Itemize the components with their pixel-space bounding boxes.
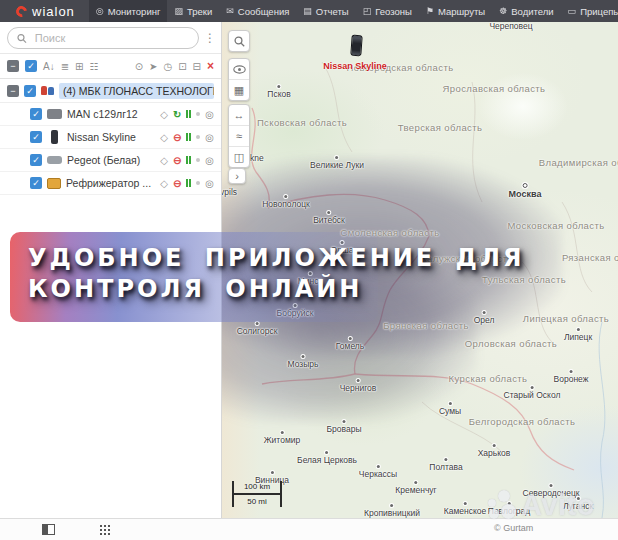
visibility-eye-button[interactable] [229,59,249,79]
data-state-icon [196,158,200,162]
panel-toggle-icon[interactable] [42,524,55,535]
remove-icon[interactable]: ⊟ [193,61,201,72]
show-all-icon[interactable]: ☷ [89,61,98,72]
unit-row[interactable]: ✓ MAN c129лг12 ◇ ↻ ◎ [0,103,221,126]
city-label: Полтава [429,458,462,472]
city-dot [336,156,339,159]
collapse-arrow-button[interactable]: › [229,169,245,183]
track-unit-icon[interactable]: ◎ [205,155,214,166]
unit-visibility-checkbox[interactable]: ✓ [30,131,42,143]
add-unit-icon[interactable]: ⊞ [75,61,83,72]
locate-icon[interactable]: ⊙ [135,61,143,72]
menu-item-label: Геозоны [375,6,412,17]
expand-list-icon[interactable]: ≣ [61,61,69,72]
data-state-icon [196,181,200,185]
city-dot [483,311,486,314]
map-search-button[interactable] [229,31,249,51]
topbar-menu-item[interactable]: ◰ Геозоны [356,0,419,22]
city-label: Харьков [478,444,511,458]
visibility-all-checkbox[interactable]: ✓ [25,60,37,72]
recent-icon[interactable]: ◷ [163,61,172,72]
menu-item-icon: ◰ [363,6,372,16]
unit-state-icons: ◇ ⊖ ◎ [160,155,214,166]
vehicle-icon [47,109,62,119]
city-dot [255,322,258,325]
unit-name: Pegeot (Белая) [67,154,155,166]
map-tool-controls: ↔ ≈ ◫ [228,104,250,168]
city-dot [277,85,280,88]
city-dot [348,337,351,340]
menu-item-label: Маршруты [438,6,485,17]
topbar-menu-item[interactable]: ▭ Прицепы [561,0,618,22]
sort-icon[interactable]: A↓ [43,61,55,72]
topbar-menu-item[interactable]: ✉ Сообщения [219,0,296,22]
topbar-menu-item[interactable]: ☸ Водители [492,0,560,22]
city-label: Daugavpils [222,183,237,197]
location-state-icon: ◇ [160,109,168,120]
route-button[interactable]: ≈ [229,125,249,146]
vehicle-marker-nissan[interactable] [350,35,362,57]
menu-item-label: Сообщения [238,6,290,17]
topbar-menu-item[interactable]: ▤ Отчеты [296,0,355,22]
search-input[interactable] [33,31,189,45]
group-select-checkbox[interactable]: − [7,85,19,97]
unit-visibility-checkbox[interactable]: ✓ [30,154,42,166]
city-dot [444,458,447,461]
panel-menu-icon[interactable]: ⋮ [203,31,217,45]
unit-row[interactable]: ✓ Pegeot (Белая) ◇ ⊖ ◎ [0,149,221,172]
promo-line-1: УДОБНОЕ ПРИЛОЖЕНИЕ ДЛЯ [28,243,524,274]
menu-item-label: Отчеты [316,6,349,17]
topbar-menu-item[interactable]: ⚑ Маршруты [419,0,492,22]
select-all-checkbox[interactable]: − [7,60,19,72]
map-scale-bar: 100 km 50 mi [232,481,282,507]
menu-item-icon: ▭ [568,6,577,16]
vehicle-icon [51,130,58,144]
wialon-logo[interactable]: wialon [0,4,89,19]
topbar-menu-item[interactable]: ▨ Треки [167,0,219,22]
data-state-icon [196,112,200,116]
search-row: ⋮ [0,22,221,53]
track-unit-icon[interactable]: ◎ [205,109,214,120]
region-label: Курская область [449,373,528,384]
unit-visibility-checkbox[interactable]: ✓ [30,177,42,189]
city-dot [377,465,380,468]
city-dot [577,328,580,331]
city-dot [530,386,533,389]
search-icon [234,36,245,47]
unit-row[interactable]: ✓ Nissan Skyline ◇ ⊖ ◎ [0,126,221,149]
unit-group-row[interactable]: − ✓ (4) МБК ГЛОНАСС ТЕХНОЛОГИИ (de... [0,79,221,103]
unit-state-icons: ◇ ⊖ ◎ [160,178,214,189]
measure-button[interactable]: ↔ [229,105,249,125]
unit-group-label[interactable]: (4) МБК ГЛОНАСС ТЕХНОЛОГИИ (de... [59,83,214,99]
track-unit-icon[interactable]: ◎ [205,132,214,143]
city-label: Витебск [313,211,345,225]
city-label: Каменское [444,502,486,516]
topbar-menu-item[interactable]: ◎ Мониторинг [89,0,168,22]
layers-button[interactable]: ▦ [229,79,249,100]
menu-item-label: Мониторинг [108,6,161,17]
motion-state-icon: ⊖ [173,132,181,143]
monitor-icon[interactable]: ⊡ [178,61,186,72]
city-dot [523,183,528,188]
close-icon[interactable]: × [207,59,214,73]
track-unit-icon[interactable]: ◎ [205,178,214,189]
eye-icon [233,65,246,74]
follow-icon[interactable]: ➤ [149,61,157,72]
region-label: Псковская область [257,117,347,128]
apps-grid-icon[interactable] [99,524,110,535]
topbar: wialon ◎ Мониторинг ▨ Треки ✉ Сообщения … [0,0,618,22]
city-dot [357,379,360,382]
group-visibility-checkbox[interactable]: ✓ [24,85,36,97]
unit-row[interactable]: ✓ Рефрижератор ... ◇ ⊖ ◎ [0,172,221,195]
city-label: Кременчуг [395,481,436,495]
unit-visibility-checkbox[interactable]: ✓ [30,108,42,120]
location-state-icon: ◇ [160,132,168,143]
location-state-icon: ◇ [160,178,168,189]
units-on-map-button[interactable]: ◫ [229,146,249,167]
city-dot [570,370,573,373]
city-label: Москва [509,183,542,199]
wialon-logo-icon [14,3,29,18]
city-label: Псков [267,85,290,99]
location-state-icon: ◇ [160,155,168,166]
vehicle-marker-label[interactable]: Nissan Skyline [323,61,387,71]
